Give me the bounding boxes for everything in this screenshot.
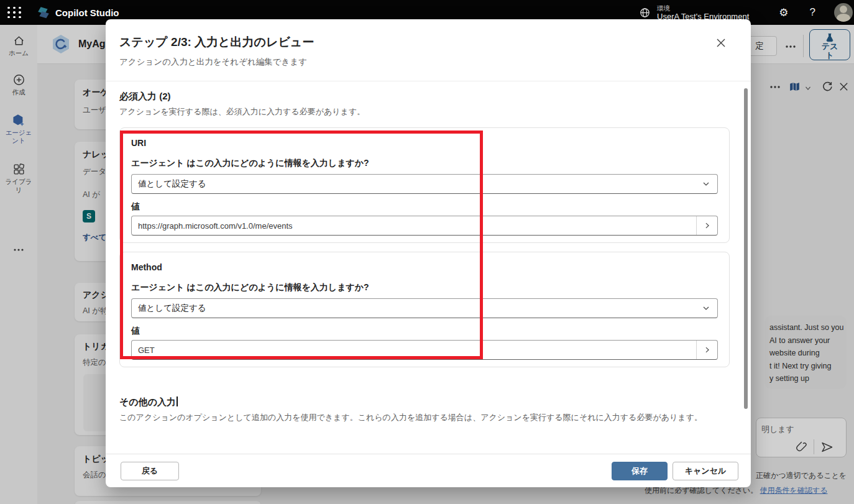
chevron-down-icon	[701, 303, 711, 313]
annotation-red-box	[120, 131, 483, 359]
chevron-right-icon	[703, 346, 712, 354]
dialog-footer: 戻る 保存 キャンセル	[106, 454, 751, 487]
value-expand-button[interactable]	[696, 341, 717, 359]
required-inputs-description: アクションを実行する際は、必須入力に入力する必要があります。	[119, 106, 730, 117]
dialog-close-icon[interactable]	[715, 37, 727, 49]
gear-icon[interactable]: ⚙	[779, 6, 788, 19]
save-button[interactable]: 保存	[612, 462, 668, 480]
dialog-title: ステップ 2/3: 入力と出力のレビュー	[119, 34, 314, 50]
dialog-header: ステップ 2/3: 入力と出力のレビュー アクションの入力と出力をそれぞれ編集で…	[106, 19, 751, 81]
environment-icon[interactable]	[639, 7, 651, 19]
copilot-studio-logo-icon	[37, 6, 50, 19]
value-expand-button[interactable]	[696, 216, 717, 235]
cancel-button[interactable]: キャンセル	[673, 462, 738, 480]
environment-label: 環境	[657, 4, 749, 12]
optional-inputs-description: このアクションのオプションとして追加の入力を使用できます。これらの入力を追加する…	[119, 412, 723, 423]
optional-inputs-heading: その他の入力	[119, 396, 730, 408]
help-icon[interactable]: ?	[810, 6, 815, 19]
text-caret	[177, 396, 178, 406]
avatar-head	[840, 6, 847, 13]
chevron-right-icon	[703, 221, 712, 230]
app-title: Copilot Studio	[55, 7, 119, 18]
chevron-down-icon	[701, 179, 711, 189]
required-inputs-heading: 必須入力 (2)	[119, 90, 730, 103]
back-button[interactable]: 戻る	[121, 462, 179, 480]
optional-inputs-heading-text: その他の入力	[119, 396, 176, 407]
dialog-subtitle: アクションの入力と出力をそれぞれ編集できます	[119, 57, 307, 68]
copilot-studio-logo[interactable]	[37, 6, 50, 19]
environment-picker[interactable]: 環境 UserA Test's Environment	[657, 4, 749, 21]
avatar-body	[837, 14, 850, 22]
avatar[interactable]	[834, 3, 853, 22]
waffle-icon[interactable]	[7, 7, 22, 19]
dialog-scrollbar[interactable]	[744, 88, 748, 409]
